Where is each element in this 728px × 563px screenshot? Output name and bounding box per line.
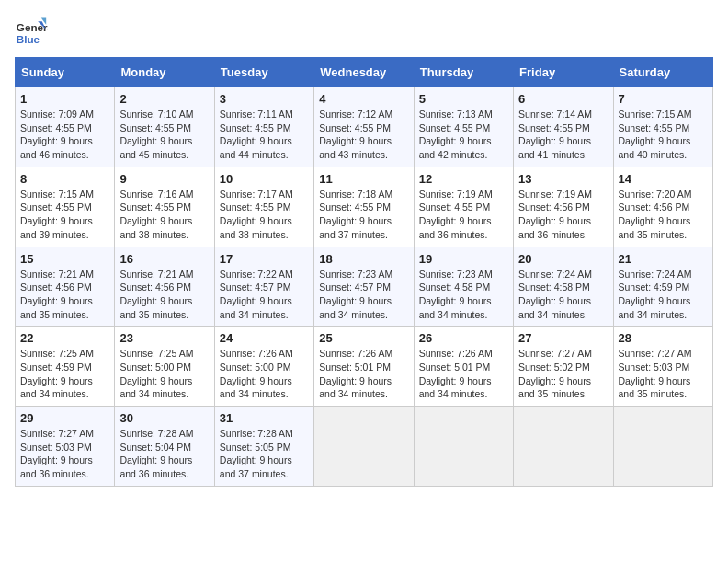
calendar-cell: 6Sunrise: 7:14 AMSunset: 4:55 PMDaylight… xyxy=(514,87,613,167)
calendar-cell: 23Sunrise: 7:25 AMSunset: 5:00 PMDayligh… xyxy=(115,327,214,407)
day-detail: Sunrise: 7:28 AMSunset: 5:04 PMDaylight:… xyxy=(119,427,209,481)
calendar-cell: 30Sunrise: 7:28 AMSunset: 5:04 PMDayligh… xyxy=(115,407,214,487)
day-number: 29 xyxy=(20,411,109,425)
day-number: 4 xyxy=(319,92,408,106)
day-number: 11 xyxy=(319,172,408,186)
calendar-week-row: 8Sunrise: 7:15 AMSunset: 4:55 PMDaylight… xyxy=(16,167,713,247)
day-number: 5 xyxy=(419,92,508,106)
calendar-week-row: 29Sunrise: 7:27 AMSunset: 5:03 PMDayligh… xyxy=(16,407,713,487)
calendar-cell: 4Sunrise: 7:12 AMSunset: 4:55 PMDaylight… xyxy=(314,87,414,167)
day-detail: Sunrise: 7:24 AMSunset: 4:58 PMDaylight:… xyxy=(518,268,608,322)
day-detail: Sunrise: 7:27 AMSunset: 5:03 PMDaylight:… xyxy=(619,347,708,401)
day-detail: Sunrise: 7:12 AMSunset: 4:55 PMDaylight:… xyxy=(319,108,408,162)
day-number: 26 xyxy=(419,331,508,345)
day-number: 14 xyxy=(619,172,708,186)
day-detail: Sunrise: 7:15 AMSunset: 4:55 PMDaylight:… xyxy=(619,108,708,162)
calendar-cell: 26Sunrise: 7:26 AMSunset: 5:01 PMDayligh… xyxy=(414,327,513,407)
calendar-cell: 9Sunrise: 7:16 AMSunset: 4:55 PMDaylight… xyxy=(115,167,214,247)
page-header: General Blue xyxy=(15,15,713,48)
day-number: 6 xyxy=(518,92,608,106)
day-number: 3 xyxy=(220,92,309,106)
calendar-cell: 7Sunrise: 7:15 AMSunset: 4:55 PMDaylight… xyxy=(613,87,712,167)
calendar-cell: 3Sunrise: 7:11 AMSunset: 4:55 PMDaylight… xyxy=(214,87,313,167)
calendar-cell: 16Sunrise: 7:21 AMSunset: 4:56 PMDayligh… xyxy=(115,247,214,327)
day-detail: Sunrise: 7:22 AMSunset: 4:57 PMDaylight:… xyxy=(220,268,309,322)
weekday-header-saturday: Saturday xyxy=(613,58,712,87)
day-number: 22 xyxy=(20,331,109,345)
day-detail: Sunrise: 7:14 AMSunset: 4:55 PMDaylight:… xyxy=(518,108,608,162)
day-number: 21 xyxy=(619,252,708,266)
day-number: 10 xyxy=(220,172,309,186)
calendar-cell: 12Sunrise: 7:19 AMSunset: 4:55 PMDayligh… xyxy=(414,167,513,247)
calendar-cell: 17Sunrise: 7:22 AMSunset: 4:57 PMDayligh… xyxy=(214,247,313,327)
svg-text:Blue: Blue xyxy=(17,33,40,45)
calendar-cell: 15Sunrise: 7:21 AMSunset: 4:56 PMDayligh… xyxy=(16,247,115,327)
calendar-cell: 5Sunrise: 7:13 AMSunset: 4:55 PMDaylight… xyxy=(414,87,513,167)
weekday-header-thursday: Thursday xyxy=(414,58,513,87)
day-detail: Sunrise: 7:20 AMSunset: 4:56 PMDaylight:… xyxy=(619,188,708,242)
calendar-cell: 22Sunrise: 7:25 AMSunset: 4:59 PMDayligh… xyxy=(16,327,115,407)
day-detail: Sunrise: 7:26 AMSunset: 5:01 PMDaylight:… xyxy=(419,347,508,401)
calendar-cell: 18Sunrise: 7:23 AMSunset: 4:57 PMDayligh… xyxy=(314,247,414,327)
weekday-header-tuesday: Tuesday xyxy=(214,58,313,87)
day-detail: Sunrise: 7:13 AMSunset: 4:55 PMDaylight:… xyxy=(419,108,508,162)
day-number: 25 xyxy=(319,331,408,345)
day-detail: Sunrise: 7:18 AMSunset: 4:55 PMDaylight:… xyxy=(319,188,408,242)
day-detail: Sunrise: 7:24 AMSunset: 4:59 PMDaylight:… xyxy=(619,268,708,322)
logo: General Blue xyxy=(15,15,48,48)
calendar-week-row: 15Sunrise: 7:21 AMSunset: 4:56 PMDayligh… xyxy=(16,247,713,327)
day-number: 17 xyxy=(220,252,309,266)
calendar-cell xyxy=(514,407,613,487)
day-number: 30 xyxy=(119,411,209,425)
calendar-cell: 2Sunrise: 7:10 AMSunset: 4:55 PMDaylight… xyxy=(115,87,214,167)
calendar-cell: 25Sunrise: 7:26 AMSunset: 5:01 PMDayligh… xyxy=(314,327,414,407)
day-number: 24 xyxy=(220,331,309,345)
day-detail: Sunrise: 7:26 AMSunset: 5:01 PMDaylight:… xyxy=(319,347,408,401)
day-number: 18 xyxy=(319,252,408,266)
day-number: 16 xyxy=(119,252,209,266)
calendar-cell xyxy=(414,407,513,487)
logo-icon: General Blue xyxy=(15,15,48,48)
day-number: 27 xyxy=(518,331,608,345)
day-number: 7 xyxy=(619,92,708,106)
day-number: 15 xyxy=(20,252,109,266)
day-detail: Sunrise: 7:17 AMSunset: 4:55 PMDaylight:… xyxy=(220,188,309,242)
calendar-cell: 13Sunrise: 7:19 AMSunset: 4:56 PMDayligh… xyxy=(514,167,613,247)
day-detail: Sunrise: 7:15 AMSunset: 4:55 PMDaylight:… xyxy=(20,188,109,242)
day-detail: Sunrise: 7:21 AMSunset: 4:56 PMDaylight:… xyxy=(119,268,209,322)
calendar-cell: 11Sunrise: 7:18 AMSunset: 4:55 PMDayligh… xyxy=(314,167,414,247)
day-detail: Sunrise: 7:10 AMSunset: 4:55 PMDaylight:… xyxy=(119,108,209,162)
day-detail: Sunrise: 7:23 AMSunset: 4:57 PMDaylight:… xyxy=(319,268,408,322)
calendar-cell: 8Sunrise: 7:15 AMSunset: 4:55 PMDaylight… xyxy=(16,167,115,247)
day-number: 23 xyxy=(119,331,209,345)
calendar-cell: 14Sunrise: 7:20 AMSunset: 4:56 PMDayligh… xyxy=(613,167,712,247)
day-number: 28 xyxy=(619,331,708,345)
weekday-header-sunday: Sunday xyxy=(16,58,115,87)
day-detail: Sunrise: 7:28 AMSunset: 5:05 PMDaylight:… xyxy=(220,427,309,481)
calendar-cell: 20Sunrise: 7:24 AMSunset: 4:58 PMDayligh… xyxy=(514,247,613,327)
day-number: 12 xyxy=(419,172,508,186)
day-number: 13 xyxy=(518,172,608,186)
calendar-week-row: 1Sunrise: 7:09 AMSunset: 4:55 PMDaylight… xyxy=(16,87,713,167)
day-number: 20 xyxy=(518,252,608,266)
calendar-cell: 29Sunrise: 7:27 AMSunset: 5:03 PMDayligh… xyxy=(16,407,115,487)
day-number: 19 xyxy=(419,252,508,266)
day-detail: Sunrise: 7:19 AMSunset: 4:55 PMDaylight:… xyxy=(419,188,508,242)
calendar-table: SundayMondayTuesdayWednesdayThursdayFrid… xyxy=(15,57,713,487)
weekday-header-friday: Friday xyxy=(514,58,613,87)
day-detail: Sunrise: 7:27 AMSunset: 5:02 PMDaylight:… xyxy=(518,347,608,401)
day-number: 9 xyxy=(119,172,209,186)
day-number: 8 xyxy=(20,172,109,186)
weekday-header-row: SundayMondayTuesdayWednesdayThursdayFrid… xyxy=(16,58,713,87)
day-detail: Sunrise: 7:25 AMSunset: 4:59 PMDaylight:… xyxy=(20,347,109,401)
day-detail: Sunrise: 7:19 AMSunset: 4:56 PMDaylight:… xyxy=(518,188,608,242)
day-detail: Sunrise: 7:11 AMSunset: 4:55 PMDaylight:… xyxy=(220,108,309,162)
day-detail: Sunrise: 7:21 AMSunset: 4:56 PMDaylight:… xyxy=(20,268,109,322)
calendar-cell: 24Sunrise: 7:26 AMSunset: 5:00 PMDayligh… xyxy=(214,327,313,407)
day-detail: Sunrise: 7:09 AMSunset: 4:55 PMDaylight:… xyxy=(20,108,109,162)
day-number: 2 xyxy=(119,92,209,106)
day-detail: Sunrise: 7:25 AMSunset: 5:00 PMDaylight:… xyxy=(119,347,209,401)
calendar-cell: 31Sunrise: 7:28 AMSunset: 5:05 PMDayligh… xyxy=(214,407,313,487)
calendar-cell: 27Sunrise: 7:27 AMSunset: 5:02 PMDayligh… xyxy=(514,327,613,407)
day-number: 31 xyxy=(220,411,309,425)
